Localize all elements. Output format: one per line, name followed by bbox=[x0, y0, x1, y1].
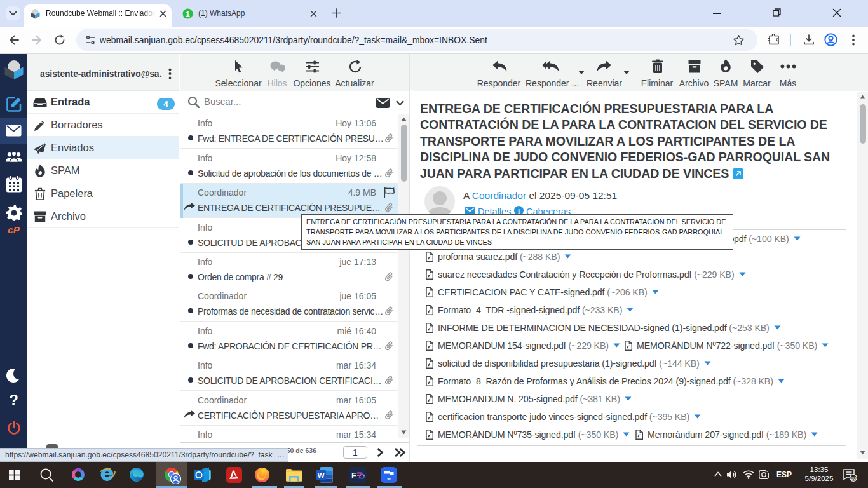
svg-text:w: w bbox=[386, 477, 391, 481]
svg-text:F: F bbox=[351, 471, 356, 480]
svg-text:W: W bbox=[318, 471, 325, 479]
svg-text:10: 10 bbox=[851, 475, 856, 481]
svg-text:1: 1 bbox=[186, 10, 190, 18]
svg-text:i: i bbox=[518, 207, 520, 215]
